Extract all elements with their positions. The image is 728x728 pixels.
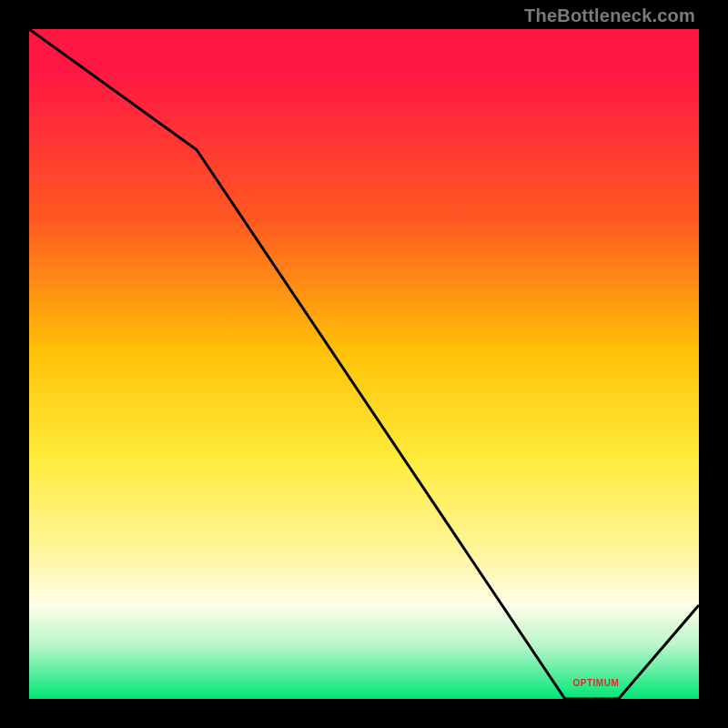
optimum-label: OPTIMUM [573, 678, 620, 688]
chart-line [29, 29, 699, 699]
plot-area: OPTIMUM [29, 29, 699, 699]
attribution-text: TheBottleneck.com [524, 5, 695, 26]
chart-frame: TheBottleneck.com OPTIMUM [0, 0, 728, 728]
chart-line-svg [29, 29, 699, 699]
